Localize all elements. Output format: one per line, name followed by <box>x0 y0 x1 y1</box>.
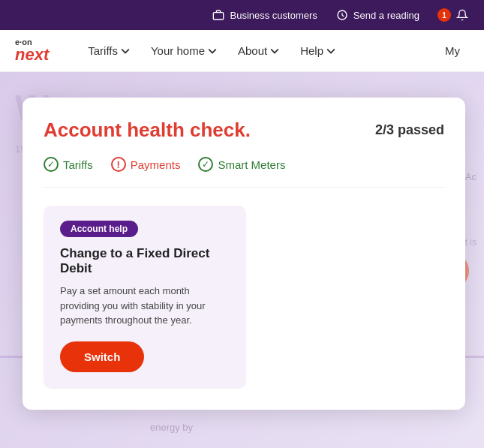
nav-help-label: Help <box>300 44 323 57</box>
nav-items: Tariffs Your home About Help My <box>79 38 469 63</box>
check-payments-label: Payments <box>131 158 181 171</box>
modal-checks: ✓ Tariffs ! Payments ✓ Smart Meters <box>44 157 444 188</box>
meter-icon <box>335 8 349 22</box>
bell-icon <box>455 8 469 22</box>
check-tariffs: ✓ Tariffs <box>44 157 93 172</box>
nav-my[interactable]: My <box>436 38 469 63</box>
card-badge: Account help <box>60 221 138 237</box>
chevron-down-icon <box>121 47 130 56</box>
nav-about-label: About <box>238 44 267 57</box>
business-customers-link[interactable]: Business customers <box>212 8 317 22</box>
check-pass-icon-2: ✓ <box>198 157 213 172</box>
nav-your-home[interactable]: Your home <box>142 38 226 63</box>
card-title: Change to a Fixed Direct Debit <box>60 246 230 276</box>
check-payments: ! Payments <box>111 157 181 172</box>
chevron-down-icon <box>270 47 279 56</box>
nav-tariffs[interactable]: Tariffs <box>79 38 139 63</box>
check-pass-icon: ✓ <box>44 157 59 172</box>
check-smart-meters-label: Smart Meters <box>218 158 285 171</box>
modal-passed: 2/3 passed <box>375 122 444 138</box>
send-reading-link[interactable]: Send a reading <box>335 8 419 22</box>
notifications-link[interactable]: 1 <box>437 8 469 22</box>
nav-about[interactable]: About <box>229 38 288 63</box>
nav-tariffs-label: Tariffs <box>88 44 118 57</box>
logo-next-text: next <box>15 47 49 63</box>
nav-my-label: My <box>445 44 460 57</box>
modal-header: Account health check. 2/3 passed <box>44 119 444 142</box>
check-tariffs-label: Tariffs <box>63 158 93 171</box>
business-customers-label: Business customers <box>230 10 317 21</box>
health-check-modal: Account health check. 2/3 passed ✓ Tarif… <box>23 98 465 410</box>
nav-bar: e·on next Tariffs Your home About Help M… <box>0 30 484 72</box>
nav-your-home-label: Your home <box>151 44 205 57</box>
check-warn-icon: ! <box>111 157 126 172</box>
briefcase-icon <box>212 8 225 22</box>
send-reading-label: Send a reading <box>353 10 419 21</box>
check-smart-meters: ✓ Smart Meters <box>198 157 285 172</box>
modal-title: Account health check. <box>44 119 251 142</box>
switch-button[interactable]: Switch <box>60 341 144 372</box>
top-bar: Business customers Send a reading 1 <box>0 0 484 30</box>
logo[interactable]: e·on next <box>15 38 49 63</box>
svg-rect-0 <box>214 13 224 20</box>
chevron-down-icon <box>208 47 217 56</box>
nav-help[interactable]: Help <box>291 38 344 63</box>
chevron-down-icon <box>326 47 335 56</box>
notification-badge: 1 <box>437 8 451 22</box>
account-help-card: Account help Change to a Fixed Direct De… <box>44 206 246 389</box>
card-body: Pay a set amount each month providing yo… <box>60 284 230 328</box>
